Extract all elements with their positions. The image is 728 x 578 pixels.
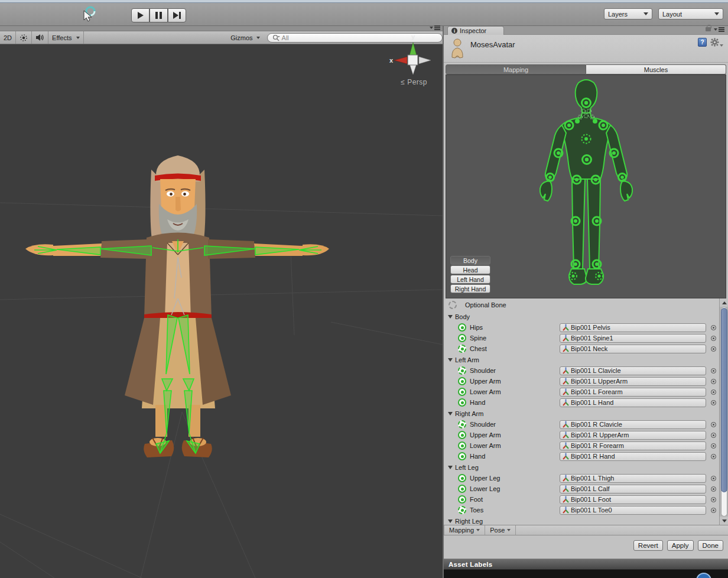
- joint-icon: [458, 495, 466, 504]
- scene-lighting-button[interactable]: [16, 31, 32, 44]
- object-name: MosesAvatar: [470, 40, 515, 49]
- joint-icon: [458, 377, 466, 385]
- bone-object-field[interactable]: Bip001 L Clavicle: [560, 366, 706, 375]
- section-right-leg[interactable]: Right Leg: [444, 515, 719, 525]
- effects-dropdown[interactable]: Effects: [48, 31, 83, 44]
- object-picker-icon[interactable]: [711, 486, 716, 492]
- bone-object-field[interactable]: Bip001 L Calf: [560, 485, 706, 493]
- object-picker-icon[interactable]: [711, 443, 716, 449]
- part-button-right-hand[interactable]: Right Hand: [450, 284, 490, 293]
- bone-object-field[interactable]: Bip001 L Forearm: [560, 388, 706, 397]
- bone-row-hips: Hips Bip001 Pelvis: [444, 322, 719, 333]
- bone-row-r-shoulder: Shoulder Bip001 R Clavicle: [444, 419, 719, 430]
- bone-object-field[interactable]: Bip001 L Foot: [560, 495, 706, 504]
- gear-icon[interactable]: [710, 38, 723, 47]
- object-picker-icon[interactable]: [711, 368, 716, 374]
- object-picker-icon[interactable]: [711, 389, 716, 395]
- part-button-body[interactable]: Body: [450, 256, 490, 265]
- lighting-sun-icon: [20, 34, 28, 42]
- part-button-head[interactable]: Head: [450, 265, 490, 274]
- play-button[interactable]: [131, 8, 150, 22]
- asset-label-button[interactable]: [696, 573, 711, 578]
- object-picker-icon[interactable]: [711, 379, 716, 384]
- done-button[interactable]: Done: [698, 540, 724, 551]
- joint-icon: [458, 452, 466, 460]
- bone-object-field[interactable]: Bip001 L Toe0: [560, 506, 706, 515]
- pause-button[interactable]: [150, 8, 168, 22]
- section-left-leg[interactable]: Left Leg: [444, 462, 719, 473]
- bone-object-field[interactable]: Bip001 Spine1: [560, 334, 706, 343]
- inspector-tab-label: Inspector: [460, 27, 486, 34]
- apply-button[interactable]: Apply: [667, 540, 694, 551]
- object-picker-icon[interactable]: [711, 497, 716, 502]
- toggle-2d-button[interactable]: 2D: [0, 31, 16, 44]
- bone-mapping-list: Optional Bone Body Hips Bip001 Pelvis Sp…: [444, 298, 719, 525]
- asset-labels-header[interactable]: Asset Labels: [444, 558, 728, 570]
- chevron-down-icon: [256, 37, 260, 39]
- scene-audio-button[interactable]: [32, 31, 48, 44]
- bone-transform-icon: [563, 324, 569, 331]
- object-picker-icon[interactable]: [711, 422, 716, 427]
- bone-object-field[interactable]: Bip001 L Thigh: [560, 474, 706, 483]
- section-right-arm[interactable]: Right Arm: [444, 408, 719, 419]
- bone-object-field[interactable]: Bip001 L UpperArm: [560, 377, 706, 386]
- mapping-menu-button[interactable]: Mapping: [444, 525, 485, 535]
- inspector-pane-menu-icon[interactable]: [714, 28, 724, 31]
- scroll-up-icon[interactable]: [720, 298, 728, 307]
- avatar-mannequin-icon: [450, 38, 465, 59]
- projection-label[interactable]: ≤ Persp: [401, 78, 427, 86]
- scene-3d-render: [0, 44, 443, 578]
- scene-toolbar: 2D Effects Gizmos: [0, 31, 443, 44]
- joint-icon: [458, 431, 466, 439]
- pose-menu-button[interactable]: Pose: [485, 525, 516, 535]
- object-picker-icon[interactable]: [711, 325, 716, 330]
- section-body[interactable]: Body: [444, 311, 719, 322]
- object-picker-icon[interactable]: [711, 433, 716, 438]
- scene-view: 2D Effects Gizmos: [0, 26, 443, 578]
- bone-object-field[interactable]: Bip001 L Hand: [560, 398, 706, 407]
- tab-mapping[interactable]: Mapping: [446, 64, 586, 74]
- bone-object-field[interactable]: Bip001 R Clavicle: [560, 420, 706, 429]
- layers-label: Layers: [608, 11, 628, 18]
- object-picker-icon[interactable]: [711, 400, 716, 405]
- object-picker-icon[interactable]: [711, 346, 716, 352]
- step-button[interactable]: [168, 8, 186, 22]
- revert-button[interactable]: Revert: [633, 540, 663, 551]
- asset-labels-title: Asset Labels: [448, 561, 493, 568]
- layout-label: Layout: [662, 11, 682, 18]
- bone-list-scrollbar[interactable]: [719, 298, 728, 525]
- search-value: All: [282, 34, 289, 41]
- scroll-down-icon[interactable]: [720, 517, 728, 525]
- effects-label: Effects: [52, 34, 72, 41]
- bone-object-field[interactable]: Bip001 R Hand: [560, 452, 706, 461]
- optional-bone-legend: Optional Bone: [444, 298, 719, 311]
- scene-pane-menu-icon[interactable]: [430, 27, 440, 29]
- search-magnifier-icon: [272, 34, 280, 41]
- scrollbar-thumb[interactable]: [721, 308, 727, 492]
- bone-object-field[interactable]: Bip001 R Forearm: [560, 441, 706, 450]
- section-left-arm[interactable]: Left Arm: [444, 354, 719, 365]
- layers-dropdown[interactable]: Layers: [604, 8, 652, 20]
- part-button-left-hand[interactable]: Left Hand: [450, 275, 490, 284]
- optional-bone-label: Optional Bone: [465, 301, 506, 309]
- gizmos-dropdown[interactable]: Gizmos: [227, 31, 263, 44]
- avatar-diagram-pane[interactable]: Body Head Left Hand Right Hand: [446, 74, 726, 298]
- foldout-triangle-icon: [448, 412, 453, 415]
- help-book-icon[interactable]: ?: [698, 38, 707, 47]
- lock-icon[interactable]: [706, 27, 711, 31]
- bone-object-field[interactable]: Bip001 Neck: [560, 345, 706, 353]
- asset-labels-body: [444, 570, 728, 578]
- object-picker-icon[interactable]: [711, 336, 716, 341]
- layout-dropdown[interactable]: Layout: [658, 8, 723, 20]
- object-picker-icon[interactable]: [711, 454, 716, 459]
- gizmo-center-cube: [408, 55, 418, 65]
- tab-muscles[interactable]: Muscles: [586, 64, 726, 74]
- inspector-tab[interactable]: i Inspector: [447, 26, 504, 35]
- scene-viewport[interactable]: [0, 44, 443, 578]
- bone-object-field[interactable]: Bip001 R UpperArm: [560, 431, 706, 440]
- joint-icon: [458, 485, 466, 493]
- object-picker-icon[interactable]: [711, 476, 716, 481]
- chevron-down-icon: [644, 12, 648, 15]
- bone-object-field[interactable]: Bip001 Pelvis: [560, 323, 706, 332]
- object-picker-icon[interactable]: [711, 508, 716, 513]
